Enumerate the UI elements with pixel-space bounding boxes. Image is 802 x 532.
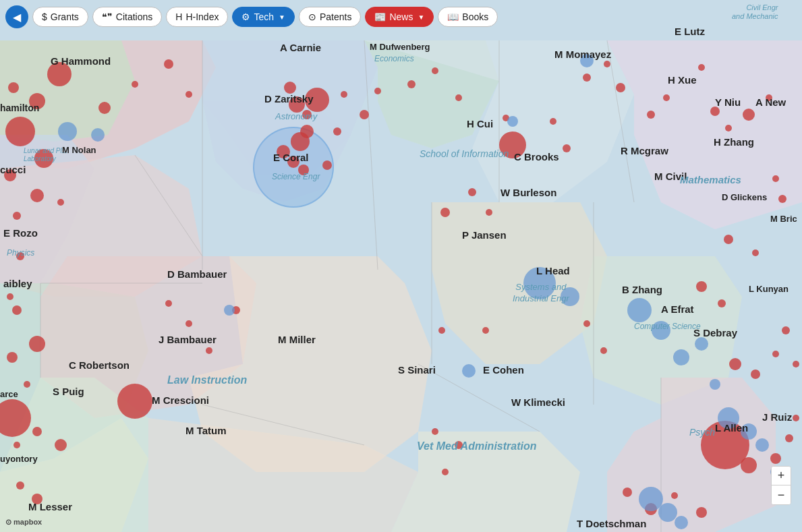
svg-marker-13 (607, 40, 802, 229)
quote-icon: ❝❞ (102, 11, 113, 22)
tech-label: Tech (254, 11, 274, 22)
tech-icon: ⚙ (241, 11, 250, 22)
zoom-controls: + − (771, 466, 791, 505)
svg-marker-15 (607, 378, 776, 532)
zoom-in-button[interactable]: + (772, 467, 791, 485)
map-svg (0, 0, 802, 532)
chevron-down-icon: ▼ (279, 13, 285, 21)
books-button[interactable]: 📖 Books (438, 7, 498, 27)
h-icon: H (175, 11, 182, 22)
books-icon: 📖 (447, 11, 459, 22)
map-container: G Hammond A Carnie M Dufwenberg M Momaye… (0, 0, 802, 532)
back-button[interactable]: ◀ (5, 5, 28, 28)
news-icon: 📰 (374, 11, 386, 22)
zoom-out-button[interactable]: − (772, 485, 791, 504)
books-label: Books (462, 11, 488, 22)
svg-marker-18 (391, 432, 580, 532)
mapbox-logo: ⊙ mapbox (5, 518, 42, 527)
svg-marker-9 (202, 101, 351, 202)
patents-button[interactable]: ⊙ Patents (299, 7, 361, 27)
patent-icon: ⊙ (308, 11, 316, 22)
mapbox-credit: ⊙ mapbox (5, 518, 42, 527)
chevron-down-icon-news: ▼ (418, 13, 424, 21)
citations-label: Citations (116, 11, 152, 22)
news-label: News (389, 11, 413, 22)
hindex-button[interactable]: H H-Index (166, 7, 228, 27)
svg-line-29 (418, 364, 540, 432)
hindex-label: H-Index (185, 11, 219, 22)
toolbar: ◀ $ Grants ❝❞ Citations H H-Index ⚙ Tech… (5, 5, 498, 28)
grants-button[interactable]: $ Grants (32, 7, 88, 27)
news-button[interactable]: 📰 News ▼ (365, 7, 434, 27)
citations-button[interactable]: ❝❞ Citations (92, 7, 162, 27)
dollar-icon: $ (42, 11, 47, 22)
arrow-left-icon: ◀ (13, 11, 21, 24)
tech-button[interactable]: ⚙ Tech ▼ (232, 7, 294, 27)
grants-label: Grants (51, 11, 79, 22)
svg-marker-12 (432, 202, 607, 364)
patents-label: Patents (320, 11, 351, 22)
